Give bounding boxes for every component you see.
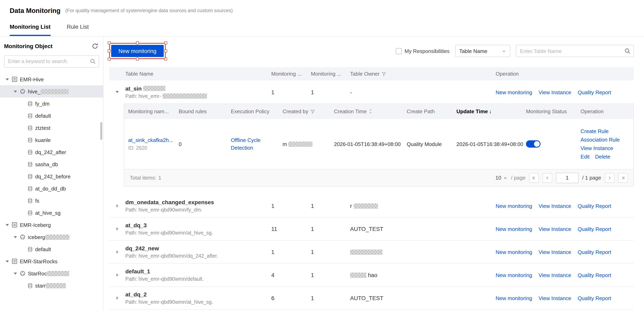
tree-item-dq_242_after[interactable]: dq_242_after (0, 146, 103, 158)
table-path: Path: hive_emr-qbd90wmn/fy_dm. (125, 207, 270, 213)
sidebar-title: Monitoring Object (4, 43, 52, 49)
sort-icon[interactable] (369, 109, 372, 114)
tree-item-at_do_dd_db[interactable]: at_do_dd_db (0, 182, 103, 194)
view-instance-link[interactable]: View Instance (538, 272, 571, 278)
sidebar-scrollbar[interactable] (100, 122, 102, 140)
monitoring-name-link[interactable]: at_sink_ckafka2h... (128, 137, 179, 143)
row-operations: New monitoring View Instance Quality Rep… (494, 272, 634, 278)
view-instance-link[interactable]: View Instance (538, 203, 571, 209)
search-field-select[interactable]: Table Name (455, 45, 510, 57)
new-monitoring-link[interactable]: New monitoring (496, 272, 532, 278)
caret-down-icon[interactable] (6, 260, 9, 262)
caret-down-icon[interactable] (14, 236, 17, 238)
new-monitoring-button[interactable]: New monitoring (111, 45, 164, 57)
tab-rule-list[interactable]: Rule List (67, 24, 89, 36)
my-responsibilities-checkbox[interactable] (396, 48, 402, 54)
caret-down-icon[interactable] (14, 272, 17, 274)
expand-caret[interactable] (109, 274, 124, 276)
tree-item-starrocks-db[interactable]: starr (0, 280, 103, 292)
first-page-button[interactable] (529, 173, 539, 182)
toolbar: New monitoring My Responsibilities Table… (109, 43, 644, 59)
tree-item-starrocks-datasource[interactable]: StarRoc (0, 267, 103, 280)
created-by-value: m (282, 141, 334, 147)
monitoring-count-1: 1 (270, 89, 309, 95)
caret-down-icon[interactable] (14, 90, 17, 92)
table-name: default_1 (125, 268, 270, 274)
tree-item-emr-starrocks[interactable]: EMR-StarRocks (0, 255, 103, 267)
table-owner: AUTO_TEST (348, 295, 494, 301)
next-page-button[interactable] (605, 173, 614, 182)
table-name: at_sin (125, 85, 270, 92)
engine-icon (12, 76, 18, 82)
new-monitoring-link[interactable]: New monitoring (496, 89, 532, 95)
expand-caret[interactable] (109, 296, 124, 300)
caret-down-icon[interactable] (6, 224, 9, 226)
new-monitoring-link[interactable]: New monitoring (496, 295, 532, 301)
monitoring-id: ID: 2620 (128, 145, 179, 151)
previous-page-button[interactable] (542, 173, 552, 182)
expand-caret[interactable] (109, 250, 124, 254)
last-page-button[interactable] (618, 173, 628, 182)
filter-icon[interactable] (382, 72, 386, 76)
monitoring-count-1: 11 (270, 226, 309, 232)
edit-link[interactable]: Edit (580, 154, 590, 160)
monitoring-count-1: 6 (270, 295, 309, 301)
monitoring-count-2: 1 (309, 202, 348, 209)
refresh-icon[interactable] (91, 42, 99, 50)
tree-item-dq_242_before[interactable]: dq_242_before (0, 170, 103, 182)
filter-icon[interactable] (310, 109, 315, 114)
tree-item-emr-iceberg[interactable]: EMR-Iceberg (0, 219, 103, 231)
table-path: Path: hive_emr- (125, 93, 270, 99)
tree-item-at_hive_sg[interactable]: at_hive_sg (0, 207, 103, 219)
current-page-input[interactable] (556, 172, 578, 183)
new-monitoring-link[interactable]: New monitoring (496, 226, 532, 232)
per-page-label: / page (511, 175, 526, 181)
quality-report-link[interactable]: Quality Report (578, 249, 611, 255)
tree-label: fy_dm (35, 100, 50, 106)
expand-caret[interactable] (109, 227, 124, 230)
view-instance-link[interactable]: View Instance (580, 145, 613, 151)
tree-item-sasha_db[interactable]: sasha_db (0, 158, 103, 170)
collapse-caret[interactable] (109, 91, 124, 93)
quality-report-link[interactable]: Quality Report (578, 89, 611, 95)
expand-caret[interactable] (109, 204, 124, 208)
association-rule-link[interactable]: Association Rule (580, 137, 620, 143)
tree-item-iceberg-datasource[interactable]: iceberg (0, 231, 103, 243)
quality-report-link[interactable]: Quality Report (578, 272, 611, 278)
tree-item-ztztest[interactable]: ztztest (0, 122, 103, 134)
tree-item-default[interactable]: default (0, 110, 103, 122)
tree-item-iceberg-default[interactable]: default (0, 243, 103, 255)
table-search-input[interactable] (516, 45, 634, 57)
tree-item-fs[interactable]: fs (0, 194, 103, 207)
tree-label: at_hive_sg (35, 210, 61, 216)
view-instance-link[interactable]: View Instance (538, 226, 571, 232)
table-owner (348, 249, 494, 254)
chevron-down-icon (502, 49, 506, 53)
caret-down-icon[interactable] (6, 78, 9, 80)
table-row: dm_onedata_changed_expenses Path: hive_e… (109, 194, 634, 218)
view-instance-link[interactable]: View Instance (538, 249, 571, 255)
quality-report-link[interactable]: Quality Report (578, 203, 611, 209)
new-monitoring-link[interactable]: New monitoring (496, 203, 532, 209)
tree-item-kuanle[interactable]: kuanle (0, 134, 103, 146)
tab-monitoring-list[interactable]: Monitoring List (10, 24, 50, 36)
sidebar-search-input[interactable] (4, 56, 99, 68)
tree-label: EMR-Hive (20, 76, 44, 82)
create-rule-link[interactable]: Create Rule (580, 128, 609, 134)
page-header: Data Monitoring (For quality management … (0, 0, 644, 21)
creation-time-value: 2026-01-05T16:38:49+08:00 (334, 141, 407, 147)
monitoring-status-toggle[interactable] (526, 140, 540, 148)
view-instance-link[interactable]: View Instance (538, 89, 571, 95)
quality-report-link[interactable]: Quality Report (578, 295, 611, 301)
redacted-text (40, 89, 69, 94)
quality-report-link[interactable]: Quality Report (578, 226, 611, 232)
delete-link[interactable]: Delete (595, 154, 610, 160)
tree-item-emr-hive[interactable]: EMR-Hive (0, 73, 103, 85)
execution-policy-link[interactable]: Offline Cycle Detection (231, 136, 270, 152)
view-instance-link[interactable]: View Instance (538, 295, 571, 301)
tree-item-hive-datasource[interactable]: hive_ (0, 85, 103, 98)
col-update-time[interactable]: Update Time ↓ (456, 108, 526, 114)
new-monitoring-link[interactable]: New monitoring (496, 249, 532, 255)
page-size-select[interactable]: 10 (496, 175, 507, 181)
tree-item-fy_dm[interactable]: fy_dm (0, 98, 103, 110)
